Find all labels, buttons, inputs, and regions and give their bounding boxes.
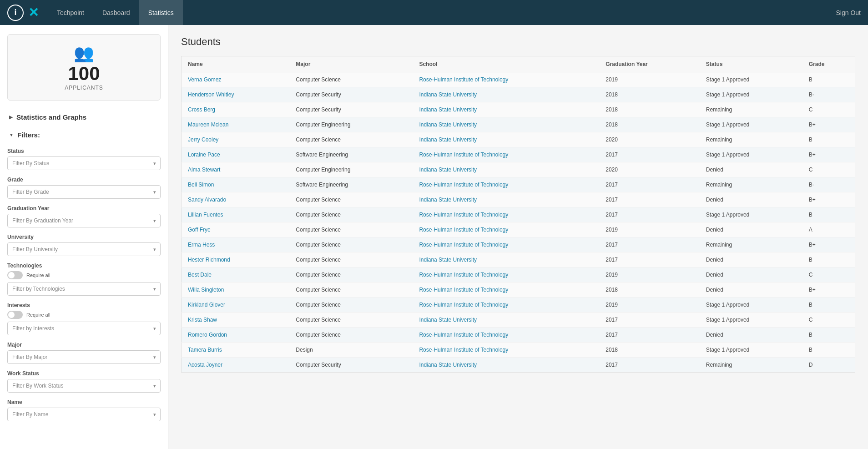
student-name-link[interactable]: Willa Singleton [188,287,224,293]
table-row: Hester RichmondComputer ScienceIndiana S… [182,252,855,267]
table-row: Jerry CooleyComputer ScienceIndiana Stat… [182,132,855,147]
student-name-link[interactable]: Lillian Fuentes [188,212,223,218]
student-name-link[interactable]: Henderson Whitley [188,91,234,98]
student-school-link[interactable]: Rose-Hulman Institute of Technology [419,347,508,353]
student-status: Stage 1 Approved [700,343,802,358]
student-name-link[interactable]: Jerry Cooley [188,136,218,143]
layout: 👥 100 APPLICANTS ▶ Statistics and Graphs… [0,25,868,449]
stats-graphs-toggle[interactable]: ▶ Statistics and Graphs [7,110,161,125]
student-name-link[interactable]: Erma Hess [188,242,215,248]
signout-button[interactable]: Sign Out [836,9,861,16]
student-status: Remaining [700,237,802,252]
student-school-link[interactable]: Indiana State University [419,91,477,98]
nav-dashboard[interactable]: Dasboard [93,0,139,25]
filter-label-name: Name [7,399,161,405]
student-school-link[interactable]: Rose-Hulman Institute of Technology [419,332,508,338]
student-major: Computer Science [289,222,413,237]
table-row: Verna GomezComputer ScienceRose-Hulman I… [182,72,855,87]
filter-group-technologies: Technologies Require all Filter by Techn… [7,262,161,296]
student-name-link[interactable]: Loraine Pace [188,151,220,158]
student-major: Computer Science [289,267,413,283]
student-name-link[interactable]: Hester Richmond [188,257,230,263]
student-school-link[interactable]: Rose-Hulman Institute of Technology [419,272,508,278]
student-name-link[interactable]: Maureen Mclean [188,121,228,128]
student-school-link[interactable]: Rose-Hulman Institute of Technology [419,151,508,158]
filter-interests-select[interactable]: Filter by Interests [7,322,161,335]
student-school-link[interactable]: Indiana State University [419,317,477,323]
student-school-link[interactable]: Rose-Hulman Institute of Technology [419,212,508,218]
student-school-link[interactable]: Indiana State University [419,166,477,173]
table-row: Tamera BurrisDesignRose-Hulman Institute… [182,343,855,358]
student-school-link[interactable]: Rose-Hulman Institute of Technology [419,182,508,188]
nav-techpoint[interactable]: Techpoint [48,0,93,25]
student-name-link[interactable]: Kirkland Glover [188,302,225,308]
student-school-link[interactable]: Indiana State University [419,197,477,203]
filter-name-select[interactable]: Filter By Name [7,408,161,421]
student-year: 2018 [599,87,700,102]
student-major: Computer Science [289,132,413,147]
table-row: Krista ShawComputer ScienceIndiana State… [182,313,855,328]
filter-graduation-year-select[interactable]: Filter By Graduation Year [7,214,161,227]
student-status: Stage 1 Approved [700,147,802,162]
table-row: Best DaleComputer ScienceRose-Hulman Ins… [182,267,855,283]
student-school-link[interactable]: Indiana State University [419,106,477,113]
student-status: Stage 1 Approved [700,298,802,313]
student-year: 2019 [599,72,700,87]
student-status: Remaining [700,132,802,147]
student-name-link[interactable]: Bell Simon [188,182,214,188]
col-school: School [413,56,599,72]
table-row: Erma HessComputer ScienceRose-Hulman Ins… [182,237,855,252]
applicants-icon: 👥 [17,44,151,63]
student-school-link[interactable]: Indiana State University [419,257,477,263]
student-year: 2018 [599,283,700,298]
student-name-link[interactable]: Acosta Joyner [188,362,222,368]
student-school-link[interactable]: Rose-Hulman Institute of Technology [419,76,508,83]
student-major: Computer Science [289,328,413,343]
student-name-link[interactable]: Sandy Alvarado [188,197,226,203]
table-row: Sandy AlvaradoComputer ScienceIndiana St… [182,192,855,207]
student-name-link[interactable]: Romero Gordon [188,332,227,338]
student-name-link[interactable]: Verna Gomez [188,76,221,83]
nav-statistics[interactable]: Statistics [139,0,183,25]
filters-toggle[interactable]: ▼ Filters: [7,127,161,142]
student-name-link[interactable]: Cross Berg [188,106,215,113]
filter-university-wrapper: Filter By University [7,242,161,256]
student-school-link[interactable]: Indiana State University [419,362,477,368]
student-school-link[interactable]: Indiana State University [419,121,477,128]
filter-technologies-select[interactable]: Filter by Technologies [7,282,161,296]
filter-status-select[interactable]: Filter By Status [7,156,161,170]
student-grade: B+ [802,147,855,162]
student-year: 2017 [599,237,700,252]
student-major: Computer Security [289,102,413,117]
student-name-link[interactable]: Best Dale [188,272,212,278]
applicants-count: 100 [17,63,151,85]
student-name-link[interactable]: Alma Stewart [188,166,220,173]
navbar: i ✕ Techpoint Dasboard Statistics Sign O… [0,0,868,25]
interests-require-label: Require all [26,312,50,318]
student-school-link[interactable]: Indiana State University [419,136,477,143]
table-row: Willa SingletonComputer ScienceRose-Hulm… [182,283,855,298]
student-major: Computer Science [289,252,413,267]
student-school-link[interactable]: Rose-Hulman Institute of Technology [419,242,508,248]
filter-grade-select[interactable]: Filter By Grade [7,185,161,199]
student-school-link[interactable]: Rose-Hulman Institute of Technology [419,287,508,293]
student-name-link[interactable]: Tamera Burris [188,347,222,353]
filter-major-select[interactable]: Filter By Major [7,350,161,364]
interests-toggle[interactable] [7,311,23,319]
student-year: 2017 [599,252,700,267]
applicants-label: APPLICANTS [17,85,151,91]
filter-work-status-select[interactable]: Filter By Work Status [7,379,161,393]
filter-major-wrapper: Filter By Major [7,350,161,364]
brand: i ✕ [7,5,39,21]
student-school-link[interactable]: Rose-Hulman Institute of Technology [419,302,508,308]
student-grade: C [802,267,855,283]
filter-interests-wrapper: Filter by Interests [7,322,161,335]
logo-circle-icon: i [7,5,24,21]
filter-university-select[interactable]: Filter By University [7,242,161,256]
student-name-link[interactable]: Goff Frye [188,227,211,233]
student-year: 2017 [599,192,700,207]
student-name-link[interactable]: Krista Shaw [188,317,217,323]
student-grade: D [802,358,855,373]
student-school-link[interactable]: Rose-Hulman Institute of Technology [419,227,508,233]
technologies-toggle[interactable] [7,271,23,279]
